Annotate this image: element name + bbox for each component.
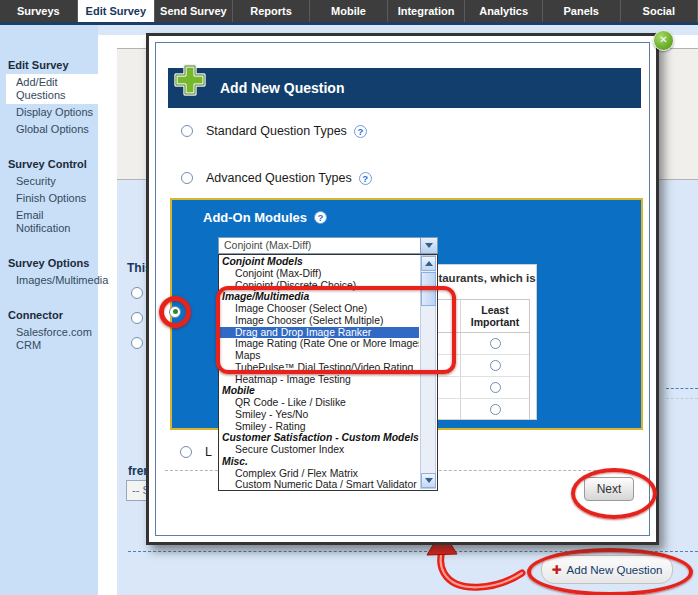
dropdown-option-custom-numeric-data-smart-validator[interactable]: Custom Numeric Data / Smart Validator <box>219 479 419 491</box>
dropdown-option-secure-customer-index[interactable]: Secure Customer Index <box>219 444 419 456</box>
dropdown-option-misc: Misc. <box>219 456 419 468</box>
dropdown-option-image-chooser-select-multiple[interactable]: Image Chooser (Select Multiple) <box>219 315 419 327</box>
dashed-separator <box>128 551 698 552</box>
addon-panel-title: Add-On Modules <box>203 210 307 225</box>
dropdown-option-conjoint-discrete-choice[interactable]: Conjoint (Discrete Choice) <box>219 280 419 292</box>
sidebar-item-security[interactable]: Security <box>0 173 98 190</box>
nav-tab-social[interactable]: Social <box>621 0 698 22</box>
sidebar-item-display-options[interactable]: Display Options <box>0 104 98 121</box>
dropdown-option-smiley-rating[interactable]: Smiley - Rating <box>219 421 419 433</box>
dropdown-option-conjoint-models: Conjoint Models <box>219 256 419 268</box>
modal-title: Add New Question <box>220 80 344 96</box>
top-nav: SurveysEdit SurveySend SurveyReportsMobi… <box>0 0 698 25</box>
modal-header: Add New Question <box>168 68 641 108</box>
dropdown-option-customer-satisfaction-custom-models: Customer Satisfaction - Custom Models <box>219 432 419 444</box>
radio-button[interactable] <box>490 404 501 415</box>
dropdown-option-complex-grid-flex-matrix[interactable]: Complex Grid / Flex Matrix <box>219 468 419 480</box>
radio-button[interactable] <box>131 337 143 349</box>
addon-modules-radio-selected[interactable] <box>169 306 181 318</box>
radio-button[interactable] <box>181 172 193 184</box>
dropdown-option-heatmap-image-testing[interactable]: Heatmap - Image Testing <box>219 374 419 386</box>
chevron-down-icon[interactable] <box>420 238 437 253</box>
nav-tab-integration[interactable]: Integration <box>388 0 466 22</box>
nav-tab-mobile[interactable]: Mobile <box>310 0 388 22</box>
help-icon[interactable]: ? <box>354 125 367 138</box>
dropdown-scrollbar[interactable] <box>420 255 436 489</box>
add-icon <box>172 62 208 98</box>
nav-tab-surveys[interactable]: Surveys <box>0 0 78 22</box>
dropdown-option-mobile: Mobile <box>219 385 419 397</box>
radio-button[interactable] <box>490 382 501 393</box>
addon-module-select[interactable]: Conjoint (Max-Diff) <box>218 237 438 254</box>
nav-tab-edit-survey[interactable]: Edit Survey <box>78 0 156 22</box>
dropdown-option-drag-and-drop-image-ranker[interactable]: Drag and Drop Image Ranker <box>219 327 419 339</box>
plus-icon: ✚ <box>552 563 562 577</box>
sidebar-item-images-multimedia[interactable]: Images/Multimedia <box>0 272 98 289</box>
dashed-separator <box>666 388 698 389</box>
sidebar-section-survey-options: Survey Options <box>0 255 98 272</box>
option-standard-question-types: Standard Question Types ? <box>181 124 367 138</box>
dropdown-option-maps[interactable]: Maps <box>219 350 419 362</box>
option-library: L <box>180 445 219 459</box>
sidebar-item-global-options[interactable]: Global Options <box>0 121 98 138</box>
sidebar-item-finish-options[interactable]: Finish Options <box>0 190 98 207</box>
add-new-question-button[interactable]: ✚ Add New Question <box>541 555 673 584</box>
scrollbar-thumb[interactable] <box>421 272 436 306</box>
dropdown-option-image-chooser-select-one[interactable]: Image Chooser (Select One) <box>219 303 419 315</box>
help-icon[interactable]: ? <box>314 211 327 224</box>
nav-tab-reports[interactable]: Reports <box>233 0 311 22</box>
dropdown-option-image-multimedia: Image/Multimedia <box>219 291 419 303</box>
sidebar-section-connector: Connector <box>0 307 98 324</box>
sidebar-section-survey-control: Survey Control <box>0 156 98 173</box>
scroll-down-icon[interactable] <box>421 473 436 488</box>
radio-button[interactable] <box>180 446 192 458</box>
help-icon[interactable]: ? <box>359 172 372 185</box>
layout-divider <box>98 35 117 595</box>
nav-tab-panels[interactable]: Panels <box>543 0 621 22</box>
sidebar-item-email-notification[interactable]: Email Notification <box>0 207 98 237</box>
addon-dropdown-list: Conjoint ModelsConjoint (Max-Diff)Conjoi… <box>218 254 438 491</box>
radio-button[interactable] <box>490 338 501 349</box>
dropdown-option-smiley-yes-no[interactable]: Smiley - Yes/No <box>219 409 419 421</box>
nav-tab-analytics[interactable]: Analytics <box>465 0 543 22</box>
preview-question-fragment: staurants, which is <box>432 272 536 284</box>
scroll-up-icon[interactable] <box>421 256 436 271</box>
sidebar: Edit SurveyAdd/Edit QuestionsDisplay Opt… <box>0 25 98 595</box>
dropdown-option-image-rating-rate-one-or-more-images[interactable]: Image Rating (Rate One or More Images) <box>219 338 419 350</box>
close-icon[interactable]: ✕ <box>653 30 674 51</box>
sidebar-item-salesforce-com-crm[interactable]: Salesforce.com CRM <box>0 324 98 354</box>
sidebar-item-add-edit-questions[interactable]: Add/Edit Questions <box>6 74 98 104</box>
radio-button[interactable] <box>181 125 193 137</box>
column-header: Least Important <box>461 304 529 328</box>
sidebar-section-edit-survey: Edit Survey <box>0 57 98 74</box>
next-button[interactable]: Next <box>584 477 634 501</box>
radio-button[interactable] <box>131 287 143 299</box>
nav-tab-send-survey[interactable]: Send Survey <box>155 0 233 22</box>
radio-button[interactable] <box>131 312 143 324</box>
radio-button[interactable] <box>490 360 501 371</box>
option-advanced-question-types: Advanced Question Types ? <box>181 171 372 185</box>
select-value: Conjoint (Max-Diff) <box>219 238 420 253</box>
dashed-separator <box>666 398 698 399</box>
dropdown-option-tubepulse-dial-testing-video-rating[interactable]: TubePulse™ Dial Testing/Video Rating <box>219 362 419 374</box>
dropdown-option-qr-code-like-dislike[interactable]: QR Code - Like / Dislike <box>219 397 419 409</box>
dropdown-option-conjoint-max-diff[interactable]: Conjoint (Max-Diff) <box>219 268 419 280</box>
